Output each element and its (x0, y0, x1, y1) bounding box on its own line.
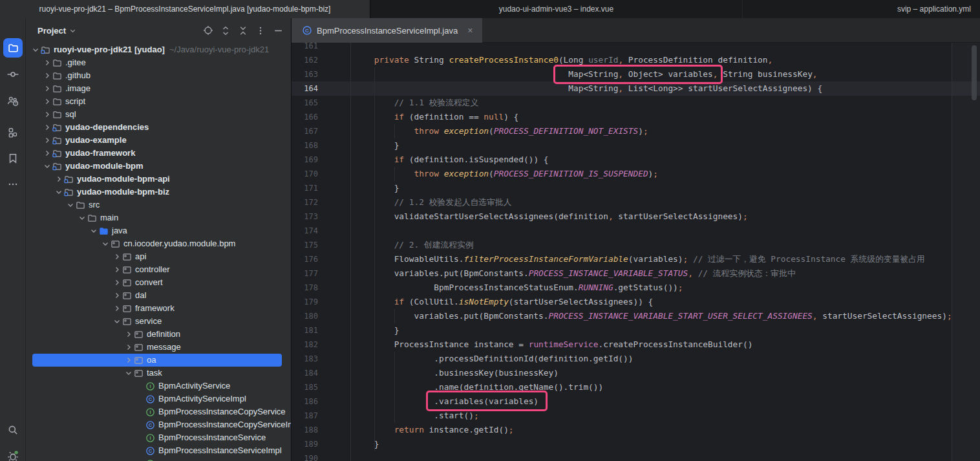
line-number[interactable]: 171 (292, 181, 318, 195)
chevron-right-icon[interactable] (43, 97, 52, 106)
tree-item-yudao-module-bpm-biz[interactable]: yudao-module-bpm-biz (26, 186, 291, 198)
code-line-181[interactable]: 181 } (292, 323, 980, 338)
line-number[interactable]: 176 (292, 252, 318, 266)
tree-item-yudao-module-bpm[interactable]: yudao-module-bpm (26, 160, 291, 173)
tree-item-bpmprocessinstanceserviceimpl[interactable]: CBpmProcessInstanceServiceImpl (26, 444, 291, 457)
close-icon[interactable]: × (467, 26, 473, 35)
code-line-174[interactable]: 174 (292, 224, 980, 238)
chevron-right-icon[interactable] (112, 278, 122, 287)
line-number[interactable]: 190 (292, 451, 318, 461)
search-icon[interactable] (3, 420, 23, 440)
line-number[interactable]: 175 (292, 238, 318, 252)
tree-item-oa[interactable]: oa (26, 354, 291, 367)
tree-item-api[interactable]: api (26, 250, 291, 263)
tree-item-src[interactable]: src (26, 198, 291, 211)
chevron-down-icon[interactable] (124, 369, 133, 378)
project-folder-icon[interactable] (3, 38, 23, 58)
line-number[interactable]: 166 (292, 110, 318, 124)
chevron-right-icon[interactable] (43, 123, 52, 132)
chevron-right-icon[interactable] (43, 149, 52, 158)
code-line-178[interactable]: 178 BpmProcessInstanceStatusEnum.RUNNING… (292, 281, 980, 295)
tree-item-bpmprocessinstancecopyservice[interactable]: IBpmProcessInstanceCopyService (26, 405, 291, 418)
line-number[interactable]: 174 (292, 224, 318, 238)
tree-item-service[interactable]: service (26, 315, 291, 328)
line-number[interactable]: 189 (292, 437, 318, 451)
line-number[interactable]: 177 (292, 266, 318, 281)
chevron-down-icon[interactable] (43, 162, 52, 171)
code-line-189[interactable]: 189 } (292, 437, 980, 451)
chevron-down-icon[interactable] (54, 188, 63, 197)
line-number[interactable]: 187 (292, 409, 318, 423)
tree-item-ruoyi-vue-pro-jdk21-yudao-[interactable]: ruoyi-vue-pro-jdk21 [yudao]~/Java/ruoyi-… (26, 43, 291, 56)
code-line-190[interactable]: 190 (292, 451, 980, 461)
tree-item-framework[interactable]: framework (26, 302, 291, 315)
pull-requests-icon[interactable]: ? (3, 91, 23, 111)
code-line-188[interactable]: 188 return instance.getId(); (292, 423, 980, 437)
line-number[interactable]: 173 (292, 209, 318, 224)
tree-item-main[interactable]: main (26, 211, 291, 224)
window-tab-svip-yml[interactable]: svip – application.yml (742, 0, 980, 18)
bookmarks-icon[interactable] (3, 149, 23, 168)
editor-tab-active[interactable]: C BpmProcessInstanceServiceImpl.java × (292, 18, 482, 43)
tree-item-bpmactivityserviceimpl[interactable]: CBpmActivityServiceImpl (26, 392, 291, 405)
line-number[interactable]: 179 (292, 295, 318, 309)
chevron-right-icon[interactable] (124, 330, 133, 339)
code-line-168[interactable]: 168 } (292, 138, 980, 153)
line-number[interactable]: 170 (292, 167, 318, 181)
tree-item-script[interactable]: script (26, 95, 291, 108)
chevron-right-icon[interactable] (112, 252, 122, 261)
chevron-down-icon[interactable] (78, 213, 87, 222)
line-number[interactable]: 163 (292, 67, 318, 81)
line-number[interactable]: 184 (292, 366, 318, 380)
code-line-169[interactable]: 169 if (definition.isSuspended()) { (292, 153, 980, 167)
chevron-down-icon[interactable] (101, 239, 110, 248)
tree-item-yudao-module-bpm-api[interactable]: yudao-module-bpm-api (26, 173, 291, 186)
chevron-right-icon[interactable] (112, 291, 122, 300)
tree-item--image[interactable]: .image (26, 82, 291, 95)
tree-item-yudao-framework[interactable]: yudao-framework (26, 147, 291, 160)
line-number[interactable]: 169 (292, 153, 318, 167)
chevron-right-icon[interactable] (43, 84, 52, 93)
collapse-all-icon[interactable] (238, 25, 248, 36)
line-number[interactable]: 172 (292, 195, 318, 209)
code-line-166[interactable]: 166 if (definition == null) { (292, 110, 980, 124)
expand-icon[interactable] (220, 25, 231, 36)
chevron-right-icon[interactable] (43, 71, 52, 80)
tree-item--gitee[interactable]: .gitee (26, 56, 291, 69)
chevron-right-icon[interactable] (54, 175, 63, 184)
code-line-171[interactable]: 171 } (292, 181, 980, 195)
locate-file-icon[interactable] (203, 25, 213, 36)
chevron-down-icon[interactable] (66, 200, 75, 209)
code-line-172[interactable]: 172 // 1.2 校验发起人自选审批人 (292, 195, 980, 209)
tree-item-sql[interactable]: sql (26, 108, 291, 121)
line-number[interactable]: 186 (292, 394, 318, 409)
line-number[interactable]: 182 (292, 338, 318, 352)
line-number[interactable]: 185 (292, 380, 318, 394)
line-number[interactable]: 164 (292, 81, 318, 96)
structure-icon[interactable] (3, 123, 23, 142)
tree-item-partial[interactable]: I (26, 457, 291, 461)
more-icon[interactable] (3, 175, 23, 194)
tree-item-bpmprocessinstanceservice[interactable]: IBpmProcessInstanceService (26, 431, 291, 444)
code-line-179[interactable]: 179 if (CollUtil.isNotEmpty(startUserSel… (292, 295, 980, 309)
chevron-down-icon[interactable] (31, 45, 40, 54)
debug-icon[interactable] (3, 446, 23, 461)
tree-item-controller[interactable]: controller (26, 263, 291, 276)
editor-scrollbar-thumb[interactable] (972, 45, 977, 100)
chevron-right-icon[interactable] (112, 265, 122, 274)
line-number[interactable]: 165 (292, 96, 318, 110)
tree-item-bpmactivityservice[interactable]: IBpmActivityService (26, 380, 291, 392)
project-panel-title[interactable]: Project (37, 26, 76, 36)
code-line-173[interactable]: 173 validateStartUserSelectAssignees(def… (292, 209, 980, 224)
line-number[interactable]: 167 (292, 124, 318, 138)
tree-item-yudao-example[interactable]: yudao-example (26, 134, 291, 147)
code-line-175[interactable]: 175 // 2. 创建流程实例 (292, 238, 980, 252)
line-number[interactable]: 168 (292, 138, 318, 153)
chevron-right-icon[interactable] (112, 304, 122, 313)
chevron-right-icon[interactable] (43, 58, 52, 67)
options-kebab-icon[interactable] (255, 25, 266, 36)
code-line-177[interactable]: 177 variables.put(BpmConstants.PROCESS_I… (292, 266, 980, 281)
code-line-176[interactable]: 176 FlowableUtils.filterProcessInstanceF… (292, 252, 980, 266)
line-number[interactable]: 162 (292, 53, 318, 67)
line-number[interactable]: 183 (292, 352, 318, 366)
